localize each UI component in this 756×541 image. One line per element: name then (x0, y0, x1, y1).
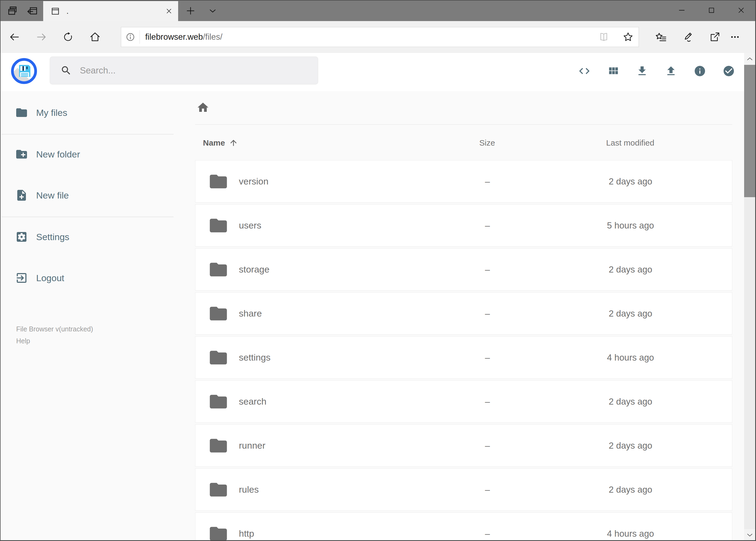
folder-icon (208, 259, 229, 280)
help-link[interactable]: Help (16, 335, 93, 347)
folder-icon (208, 215, 229, 236)
back-icon[interactable] (8, 31, 20, 43)
column-header-name[interactable]: Name (203, 138, 445, 148)
browser-navbar: filebrowser.web/files/ (0, 21, 756, 53)
folder-icon (208, 479, 229, 500)
file-size: – (446, 221, 529, 231)
file-size: – (446, 352, 529, 363)
url-text[interactable]: filebrowser.web/files/ (145, 32, 598, 42)
file-listing-area: Name Size Last modified version – (195, 53, 732, 541)
settings-icon (15, 231, 28, 244)
minimize-button[interactable] (667, 0, 697, 21)
file-row[interactable]: runner – 2 days ago (195, 424, 732, 467)
file-name: share (239, 308, 446, 319)
maximize-button[interactable] (697, 0, 726, 21)
file-name: version (239, 176, 446, 187)
favorites-hub-icon[interactable] (655, 31, 667, 43)
tab-list-chevron-icon[interactable] (206, 4, 219, 17)
scroll-up-icon[interactable] (744, 53, 755, 65)
file-row[interactable]: http – 4 hours ago (195, 512, 732, 541)
arrow-up-icon (229, 138, 238, 148)
browser-tab[interactable]: . (43, 1, 178, 21)
file-modified: 2 days ago (529, 265, 732, 275)
favorite-star-icon[interactable] (623, 31, 634, 43)
file-name: storage (239, 264, 446, 275)
file-size: – (446, 176, 529, 187)
scrollbar[interactable] (744, 53, 755, 541)
close-window-button[interactable] (726, 0, 756, 21)
file-row[interactable]: settings – 4 hours ago (195, 336, 732, 379)
url-host: filebrowser.web (145, 32, 203, 42)
file-size: – (446, 308, 529, 319)
sidebar-item-new-file[interactable]: New file (0, 176, 195, 215)
filebrowser-app: My files New folder New file Sett (0, 53, 756, 541)
info-outline-icon[interactable] (125, 32, 135, 42)
file-row[interactable]: share – 2 days ago (195, 292, 732, 335)
new-file-icon (15, 189, 28, 202)
close-icon[interactable] (163, 5, 175, 17)
sidebar-item-my-files[interactable]: My files (0, 93, 195, 132)
home-icon[interactable] (89, 31, 101, 43)
file-modified: 2 days ago (529, 308, 732, 319)
logout-icon (15, 271, 28, 284)
file-row[interactable]: version – 2 days ago (195, 160, 732, 203)
sidebar-footer: File Browser v(untracked) Help (16, 323, 93, 347)
column-header-modified[interactable]: Last modified (529, 138, 731, 148)
sidebar-item-label: New folder (36, 149, 80, 160)
address-bar[interactable]: filebrowser.web/files/ (121, 27, 639, 47)
search-icon (61, 65, 72, 76)
refresh-icon[interactable] (62, 31, 74, 43)
file-modified: 5 hours ago (529, 221, 732, 231)
file-name: http (239, 528, 446, 539)
browser-window: . (0, 0, 756, 541)
sidebar-item-label: Settings (36, 232, 69, 242)
folder-icon (208, 303, 229, 324)
page-icon (50, 6, 61, 16)
reading-view-icon[interactable] (598, 31, 610, 43)
address-divider (139, 30, 140, 44)
sidebar-item-label: New file (36, 190, 69, 201)
file-row[interactable]: search – 2 days ago (195, 380, 732, 423)
url-path: /files/ (203, 32, 222, 42)
more-dots-icon[interactable] (729, 31, 741, 43)
file-row[interactable]: users – 5 hours ago (195, 204, 732, 247)
file-modified: 2 days ago (529, 396, 732, 407)
file-browser-floppy-logo (11, 58, 37, 84)
window-border (0, 0, 756, 1)
file-row[interactable]: rules – 2 days ago (195, 468, 732, 511)
share-icon[interactable] (708, 31, 720, 43)
sidebar-item-logout[interactable]: Logout (0, 258, 195, 297)
file-list: version – 2 days ago users – 5 hours ago (195, 160, 732, 541)
folder-icon (208, 347, 229, 368)
folder-icon (208, 523, 229, 541)
file-size: – (446, 485, 529, 495)
tab-preview-icon[interactable] (6, 4, 19, 17)
folder-icon (208, 435, 229, 456)
file-size: – (446, 440, 529, 451)
scroll-down-icon[interactable] (744, 529, 755, 541)
window-border (0, 0, 1, 541)
listing-header: Name Size Last modified (195, 135, 732, 151)
web-note-pen-icon[interactable] (681, 31, 693, 43)
file-modified: 2 days ago (529, 176, 732, 187)
folder-icon (208, 171, 229, 192)
breadcrumb-home-icon[interactable] (196, 101, 209, 114)
sidebar-item-new-folder[interactable]: New folder (0, 135, 195, 174)
file-name: rules (239, 484, 446, 495)
file-modified: 2 days ago (529, 485, 732, 495)
new-folder-icon (15, 148, 28, 161)
file-name: users (239, 220, 446, 231)
new-tab-button[interactable] (184, 4, 197, 17)
tab-title: . (66, 6, 163, 16)
file-modified: 4 hours ago (529, 529, 732, 539)
file-size: – (446, 396, 529, 407)
folder-icon (208, 391, 229, 412)
forward-icon[interactable] (36, 31, 48, 43)
column-header-size[interactable]: Size (445, 138, 529, 148)
sidebar-item-settings[interactable]: Settings (0, 217, 195, 257)
app-version-text: File Browser v(untracked) (16, 323, 93, 335)
file-row[interactable]: storage – 2 days ago (195, 248, 732, 290)
file-size: – (446, 529, 529, 539)
scrollbar-thumb[interactable] (744, 65, 755, 197)
set-tabs-aside-icon[interactable] (26, 4, 39, 17)
